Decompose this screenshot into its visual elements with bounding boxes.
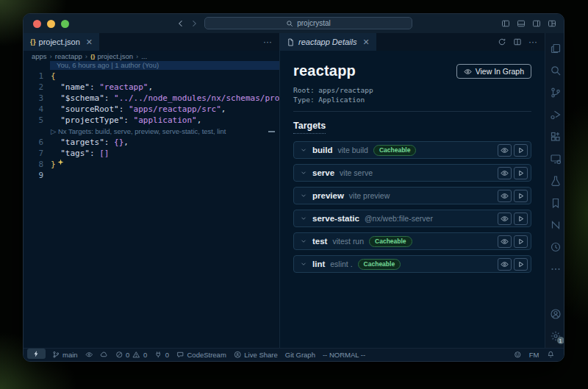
status-text: 0 (126, 351, 129, 359)
target-row-serve-static[interactable]: serve-static@nx/web:file-server (293, 210, 531, 227)
toggle-secondary-sidebar-icon[interactable] (532, 19, 541, 28)
breadcrumb-item[interactable]: project.json (97, 52, 133, 60)
activitybar-run-debug[interactable] (550, 109, 562, 121)
status-codestream[interactable]: CodeStream (173, 349, 230, 361)
status-cloud-status[interactable] (96, 349, 112, 361)
play-icon (517, 192, 525, 200)
gitlens-blame-annotation[interactable]: You, 6 hours ago | 1 author (You) (50, 61, 279, 70)
status-git-branch[interactable]: main (49, 349, 82, 361)
chevron-down-icon[interactable] (300, 215, 307, 222)
right-tabbar: reactapp Details ✕ ··· (280, 33, 545, 51)
activitybar-bookmarks[interactable] (550, 197, 562, 209)
target-run-button[interactable] (514, 258, 528, 271)
view-in-graph-button[interactable]: View In Graph (456, 64, 531, 79)
toggle-panel-icon[interactable] (517, 19, 526, 28)
activitybar-search[interactable] (550, 65, 562, 76)
back-arrow-icon[interactable] (176, 19, 185, 28)
target-row-preview[interactable]: previewvite preview (293, 187, 531, 204)
breadcrumb-item[interactable]: apps (32, 52, 47, 60)
activitybar-extensions[interactable] (550, 131, 562, 143)
chevron-down-icon[interactable] (300, 260, 307, 268)
search-icon (550, 65, 562, 76)
settings-badge: 1 (557, 337, 564, 344)
activitybar-testing[interactable] (550, 175, 562, 187)
zoom-window-button[interactable] (61, 20, 69, 28)
nx-targets-codelens[interactable]: ▷ Nx Targets: build, serve, preview, ser… (51, 126, 226, 137)
target-run-button[interactable] (514, 167, 528, 179)
target-row-test[interactable]: testvitest runCacheable (293, 232, 531, 250)
chevron-down-icon[interactable] (300, 169, 307, 176)
breadcrumb-item[interactable]: ... (141, 52, 147, 60)
target-run-button[interactable] (514, 235, 528, 248)
tab-project-json[interactable]: { } project.json ✕ (24, 33, 99, 51)
customize-layout-icon[interactable] (548, 19, 556, 28)
sparkles-icon[interactable] (56, 161, 64, 168)
activitybar-more-views[interactable] (550, 263, 562, 275)
status-plug-count[interactable]: 0 (151, 349, 173, 361)
status-live-share[interactable]: Live Share (230, 349, 282, 361)
activitybar-remote-explorer[interactable] (550, 153, 562, 165)
forward-arrow-icon[interactable] (190, 19, 198, 28)
target-view-button[interactable] (498, 213, 512, 225)
editor-more-actions-icon[interactable]: ··· (263, 37, 272, 47)
liveshare-icon (234, 351, 242, 359)
status-git-graph[interactable]: Git Graph (282, 349, 319, 361)
target-row-serve[interactable]: servevite serve (293, 164, 531, 182)
activitybar-gitlens[interactable] (550, 241, 562, 253)
code-line: 7 "tags": [] (24, 148, 279, 159)
titlebar: projcrystal (24, 14, 564, 33)
command-center-search[interactable]: projcrystal (204, 17, 412, 29)
status-problems[interactable]: 00 (112, 349, 151, 361)
minimize-window-button[interactable] (47, 20, 55, 28)
toggle-primary-sidebar-icon[interactable] (501, 19, 510, 28)
breadcrumb-item[interactable]: reactapp (55, 52, 82, 60)
refresh-icon[interactable] (498, 38, 506, 46)
activitybar-account[interactable] (550, 308, 562, 320)
play-icon (517, 215, 525, 223)
breadcrumb: apps›reactapp›{ }project.json›... (24, 51, 279, 61)
status-notifications[interactable] (543, 349, 559, 361)
status-vim-mode[interactable]: -- NORMAL -- (319, 349, 369, 361)
target-run-button[interactable] (514, 144, 528, 157)
line-number: 3 (24, 93, 51, 104)
json-file-icon: { } (30, 38, 35, 46)
chevron-down-icon[interactable] (300, 238, 307, 245)
activity-bar: 1 (545, 33, 564, 348)
target-view-button[interactable] (498, 167, 512, 179)
target-name: serve (312, 168, 334, 177)
error-icon (115, 351, 123, 359)
status-feedback[interactable] (510, 349, 526, 361)
chevron-down-icon[interactable] (300, 146, 307, 154)
activitybar-source-control[interactable] (550, 87, 562, 99)
line-number: 8 (24, 159, 51, 170)
close-tab-icon[interactable]: ✕ (86, 38, 93, 47)
close-tab-icon[interactable]: ✕ (363, 38, 370, 47)
plug-icon (154, 351, 162, 359)
editor-group-left: { } project.json ✕ ··· apps›reactapp›{ }… (24, 33, 280, 348)
target-run-button[interactable] (514, 190, 528, 202)
target-view-button[interactable] (498, 190, 512, 202)
eye-icon (501, 146, 509, 154)
close-window-button[interactable] (33, 20, 41, 28)
activitybar-explorer[interactable] (550, 43, 562, 54)
target-run-button[interactable] (514, 213, 528, 225)
status-text: -- NORMAL -- (323, 351, 365, 359)
target-row-build[interactable]: buildvite buildCacheable (293, 141, 531, 159)
status-nx-remote[interactable] (27, 349, 46, 359)
target-view-button[interactable] (498, 144, 512, 157)
chevron-down-icon[interactable] (300, 192, 307, 199)
overview-ruler-mark (268, 131, 275, 132)
split-editor-icon[interactable] (513, 38, 522, 46)
status-blame-toggle[interactable] (82, 349, 97, 361)
activitybar-nx-console[interactable] (550, 219, 562, 231)
target-row-lint[interactable]: linteslint .Cacheable (293, 255, 531, 273)
tab-reactapp-details[interactable]: reactapp Details ✕ (280, 33, 376, 51)
status-fm-indicator[interactable]: FM (526, 349, 543, 361)
activitybar-settings[interactable]: 1 (550, 330, 562, 342)
target-name: lint (312, 260, 325, 268)
target-view-button[interactable] (498, 235, 512, 248)
testing-icon (550, 175, 562, 187)
editor-more-actions-icon[interactable]: ··· (528, 37, 537, 47)
code-editor[interactable]: 1{2 "name": "reactapp",3 "$schema": "../… (24, 70, 279, 348)
target-view-button[interactable] (498, 258, 512, 271)
